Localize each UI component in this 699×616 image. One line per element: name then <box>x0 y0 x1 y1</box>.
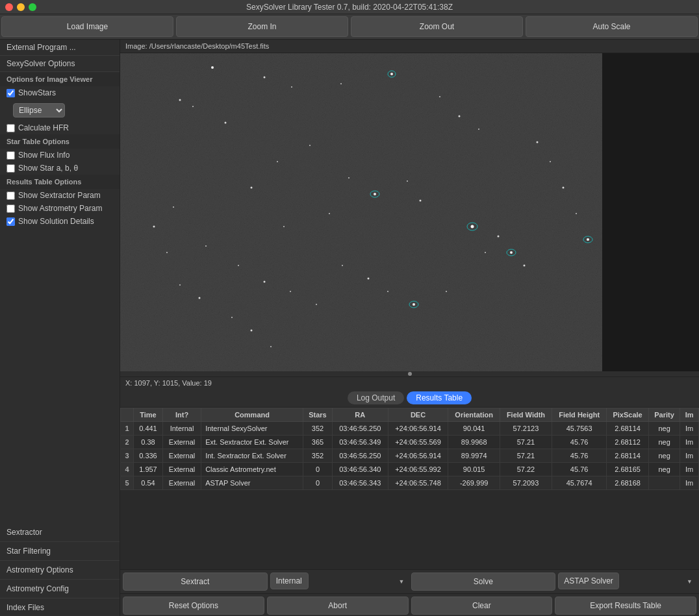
image-canvas[interactable] <box>120 53 602 371</box>
star-filtering-nav-item[interactable]: Star Filtering <box>0 542 120 561</box>
traffic-lights <box>5 3 36 11</box>
star-field-svg <box>120 53 602 371</box>
field-width-cell: 57.21 <box>500 436 552 449</box>
show-astrometry-param-option: Show Astrometry Param <box>0 202 120 215</box>
internal-select[interactable]: Internal <box>270 573 309 589</box>
results-table-wrapper[interactable]: Time Int? Command Stars RA DEC Orientati… <box>120 408 699 569</box>
svg-point-36 <box>387 291 388 292</box>
svg-point-11 <box>277 161 278 162</box>
show-solution-details-checkbox[interactable] <box>6 217 15 226</box>
main-layout: External Program ... SexySolver Options … <box>0 40 699 616</box>
stars-cell: 352 <box>303 422 332 436</box>
internal-select-wrapper: Internal <box>270 573 409 591</box>
show-star-ab-theta-checkbox[interactable] <box>6 164 15 173</box>
col-header-parity: Parity <box>648 408 680 422</box>
dec-cell: +24:06:55.992 <box>388 463 448 476</box>
time-cell: 0.336 <box>134 449 163 463</box>
time-cell: 1.957 <box>134 463 163 476</box>
svg-point-43 <box>459 116 461 117</box>
show-sextractor-param-checkbox[interactable] <box>6 191 15 200</box>
log-output-tab[interactable]: Log Output <box>348 391 404 404</box>
external-program-item[interactable]: External Program ... <box>0 40 120 56</box>
svg-point-8 <box>225 122 227 124</box>
stars-cell: 365 <box>303 436 332 449</box>
svg-point-29 <box>179 284 181 286</box>
table-row: 3 0.336 External Int. Sextractor Ext. So… <box>121 449 699 463</box>
abort-button[interactable]: Abort <box>267 597 409 615</box>
astrometry-config-nav-item[interactable]: Astrometry Config <box>0 580 120 598</box>
command-cell: ASTAP Solver <box>201 476 303 490</box>
col-header-dec: DEC <box>388 408 448 422</box>
ra-cell: 03:46:56.250 <box>332 422 388 436</box>
svg-point-47 <box>563 187 565 189</box>
svg-point-32 <box>251 330 253 332</box>
show-stars-checkbox[interactable] <box>6 89 15 97</box>
int-cell: External <box>162 476 201 490</box>
parity-cell <box>648 476 680 490</box>
results-section: Log Output Results Table Time Int? Comma… <box>120 389 699 616</box>
star-table-options-header: Star Table Options <box>0 134 120 149</box>
results-table: Time Int? Command Stars RA DEC Orientati… <box>120 408 699 490</box>
clear-button[interactable]: Clear <box>411 597 553 615</box>
export-results-button[interactable]: Export Results Table <box>555 597 696 615</box>
show-flux-info-checkbox[interactable] <box>6 151 15 160</box>
ra-cell: 03:46:56.343 <box>332 476 388 490</box>
svg-point-13 <box>348 177 350 179</box>
index-files-nav-item[interactable]: Index Files <box>0 598 120 616</box>
pixscale-cell: 2.68114 <box>607 449 649 463</box>
ra-cell: 03:46:56.349 <box>332 436 388 449</box>
col-header-field-width: Field Width <box>500 408 552 422</box>
zoom-in-button[interactable]: Zoom In <box>176 16 348 37</box>
table-row: 4 1.957 External Classic Astrometry.net … <box>121 463 699 476</box>
im-cell: Im <box>680 422 699 436</box>
svg-point-40 <box>153 226 155 228</box>
sextractor-nav-item[interactable]: Sextractor <box>0 523 120 542</box>
svg-point-9 <box>192 106 194 107</box>
image-path-text: Image: /Users/rlancaste/Desktop/m45Test.… <box>125 42 269 50</box>
sexy-solver-options-item[interactable]: SexySolver Options <box>0 56 120 72</box>
orientation-cell: 89.9968 <box>448 436 500 449</box>
row-num-cell: 4 <box>121 463 134 476</box>
table-row: 1 0.441 Internal Internal SexySolver 352… <box>121 422 699 436</box>
auto-scale-button[interactable]: Auto Scale <box>526 16 698 37</box>
svg-point-33 <box>270 346 272 347</box>
parity-cell: neg <box>648 422 680 436</box>
field-width-cell: 57.2123 <box>500 422 552 436</box>
scroll-indicator <box>120 371 699 376</box>
close-button[interactable] <box>5 3 13 11</box>
maximize-button[interactable] <box>29 3 36 11</box>
astap-solver-select[interactable]: ASTAP Solver <box>558 573 619 589</box>
zoom-out-button[interactable]: Zoom Out <box>351 16 523 37</box>
results-table-tab[interactable]: Results Table <box>407 391 472 404</box>
minimize-button[interactable] <box>17 3 25 11</box>
field-width-cell: 57.2093 <box>500 476 552 490</box>
field-width-cell: 57.22 <box>500 463 552 476</box>
svg-point-26 <box>264 281 266 283</box>
field-width-cell: 57.21 <box>500 449 552 463</box>
content-area: Image: /Users/rlancaste/Desktop/m45Test.… <box>120 40 699 616</box>
show-stars-label: ShowStars <box>18 88 56 97</box>
pixscale-cell: 2.68114 <box>607 422 649 436</box>
field-height-cell: 45.7563 <box>552 422 607 436</box>
sextract-button[interactable]: Sextract <box>123 573 268 591</box>
astrometry-options-nav-item[interactable]: Astrometry Options <box>0 561 120 580</box>
field-height-cell: 45.76 <box>552 436 607 449</box>
load-image-button[interactable]: Load Image <box>1 16 173 37</box>
svg-point-22 <box>485 252 486 253</box>
show-astrometry-param-checkbox[interactable] <box>6 204 15 213</box>
star-shape-select[interactable]: Ellipse <box>13 103 65 117</box>
svg-point-38 <box>446 291 447 292</box>
pixscale-cell: 2.68165 <box>607 463 649 476</box>
svg-point-21 <box>510 251 513 254</box>
calculate-hfr-checkbox[interactable] <box>6 124 15 132</box>
im-cell: Im <box>680 449 699 463</box>
reset-options-button[interactable]: Reset Options <box>123 597 264 615</box>
svg-point-25 <box>238 265 239 266</box>
results-table-options-header: Results Table Options <box>0 175 120 189</box>
svg-point-48 <box>576 213 577 214</box>
calculate-hfr-option: Calculate HFR <box>0 121 120 134</box>
svg-point-3 <box>264 77 266 79</box>
solve-button[interactable]: Solve <box>411 573 556 591</box>
svg-point-19 <box>471 225 474 228</box>
table-header-row: Time Int? Command Stars RA DEC Orientati… <box>121 408 699 422</box>
